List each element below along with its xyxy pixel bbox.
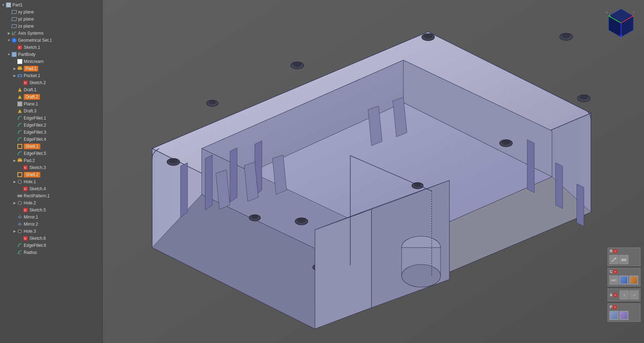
p-panel: P × — [608, 303, 640, 322]
tree-item-sketch5[interactable]: SSketch.5 — [0, 207, 102, 214]
svg-marker-59 — [577, 184, 584, 226]
tree-item-sketch6[interactable]: SSketch.6 — [0, 235, 102, 242]
3d-model-svg — [103, 0, 644, 343]
icon-draft1 — [17, 87, 23, 93]
icon-sketch2: S — [23, 80, 28, 86]
a-arrow-right-button[interactable]: → — [629, 290, 639, 300]
c-button3[interactable] — [629, 275, 638, 285]
c-button2[interactable] — [619, 275, 628, 285]
tree-item-sketch3[interactable]: SSketch.3 — [0, 164, 102, 171]
arrow-hole2[interactable]: ▶ — [13, 201, 16, 205]
a-panel-close[interactable]: × — [613, 293, 617, 297]
label-xy-plane: xy plane — [18, 10, 34, 14]
tree-item-yz-plane[interactable]: yz plane — [0, 16, 102, 23]
svg-marker-54 — [205, 155, 212, 210]
arrow-pad1[interactable]: ▶ — [13, 67, 16, 70]
label-sketch2: Sketch.2 — [29, 80, 46, 85]
p-icon-button2[interactable] — [619, 311, 628, 320]
a-arrow-down-button[interactable]: ↓ — [620, 290, 629, 300]
tree-item-zx-plane[interactable]: zx plane — [0, 23, 102, 30]
svg-rect-5 — [18, 68, 22, 70]
navigation-cube[interactable]: X Y Z — [605, 7, 637, 39]
tree-item-shell2[interactable]: Shell.2 — [0, 171, 102, 178]
tree-item-partbody[interactable]: ▼PartBody — [0, 51, 102, 58]
r-panel-close[interactable]: × — [613, 249, 617, 253]
tree-item-rectpattern1[interactable]: RectPattern.1 — [0, 192, 102, 199]
svg-point-21 — [19, 181, 21, 182]
svg-line-113 — [612, 261, 613, 262]
p-panel-close[interactable]: × — [613, 305, 617, 309]
icon-xy-plane — [11, 9, 17, 15]
tree-item-sketch1[interactable]: SSketch.1 — [0, 44, 102, 51]
svg-point-65 — [562, 33, 570, 38]
3d-viewport[interactable]: X Y Z R × — [103, 0, 644, 343]
tree-item-edgefillet2[interactable]: EdgeFillet.2 — [0, 122, 102, 129]
icon-axis-systems — [11, 30, 17, 36]
icon-hole3 — [17, 228, 23, 234]
p-icon-button1[interactable] — [609, 311, 619, 320]
label-pad2: Pad.2 — [24, 158, 35, 163]
tree-item-edgefillet3[interactable]: EdgeFillet.3 — [0, 129, 102, 136]
svg-text:R: R — [19, 252, 21, 255]
arrow-partbody[interactable]: ▼ — [7, 53, 11, 56]
icon-draft2 — [17, 94, 23, 100]
tree-item-edgefillet6[interactable]: EdgeFillet.6 — [0, 242, 102, 249]
svg-marker-55 — [230, 148, 237, 202]
r-ruler-button[interactable] — [619, 255, 628, 264]
arrow-pocket1[interactable]: ▶ — [13, 74, 16, 77]
tree-item-sketch4[interactable]: SSketch.4 — [0, 185, 102, 192]
icon-shell2 — [17, 172, 23, 178]
icon-edgefillet1 — [17, 115, 23, 121]
tree-item-axis-systems[interactable]: ▶Axis Systems — [0, 30, 102, 37]
arrow-geo-set1[interactable]: ▼ — [7, 39, 11, 42]
tree-item-draft1[interactable]: Draft.1 — [0, 86, 102, 93]
tree-item-edgefillet4[interactable]: EdgeFillet.4 — [0, 136, 102, 143]
c-panel-close[interactable]: × — [613, 270, 617, 274]
svg-text:X: X — [633, 11, 635, 14]
svg-point-63 — [293, 62, 301, 67]
svg-text:S: S — [24, 166, 26, 169]
a-panel-label: A — [610, 293, 613, 297]
tree-item-pad1[interactable]: ▶Pad.1 — [0, 65, 102, 72]
tree-item-edgefillet5[interactable]: EdgeFillet.5 — [0, 150, 102, 157]
tree-item-hole2[interactable]: ▶Hole.2 — [0, 199, 102, 207]
arrow-hole3[interactable]: ▶ — [13, 229, 16, 233]
icon-edgefillet2 — [17, 122, 23, 128]
r-panel: R × — [608, 248, 640, 266]
svg-point-27 — [21, 196, 22, 197]
tree-item-mirror1[interactable]: Mirror.1 — [0, 214, 102, 221]
label-shell1: Shell.1 — [24, 144, 40, 149]
tree-item-pad2[interactable]: ▶Pad.2 — [0, 157, 102, 164]
icon-zx-plane — [11, 23, 17, 29]
icon-edgefillet3 — [17, 129, 23, 135]
tree-item-plane1[interactable]: Plane.1 — [0, 100, 102, 107]
icon-sketch5: S — [23, 207, 28, 213]
svg-text:Z: Z — [620, 36, 622, 39]
svg-marker-36 — [18, 223, 19, 225]
arrow-part1[interactable]: ▼ — [1, 3, 5, 7]
tree-item-edgefillet1[interactable]: EdgeFillet.1 — [0, 115, 102, 122]
arrow-pad2[interactable]: ▶ — [13, 159, 16, 162]
tree-item-pocket1[interactable]: ▶Pocket.1 — [0, 72, 102, 79]
c-button1[interactable]: ABC — [609, 275, 619, 285]
tree-item-sketch2[interactable]: SSketch.2 — [0, 79, 102, 86]
tree-item-draft3[interactable]: Draft.3 — [0, 107, 102, 115]
tree-item-shell1[interactable]: Shell.1 — [0, 143, 102, 150]
tree-item-geo-set1[interactable]: ▼Geometrical Set.1 — [0, 37, 102, 44]
tree-item-hole1[interactable]: ▶Hole.1 — [0, 178, 102, 185]
tree-item-mirror2[interactable]: Mirror.2 — [0, 221, 102, 228]
tree-item-radius[interactable]: RRadius — [0, 249, 102, 256]
arrow-hole1[interactable]: ▶ — [13, 180, 16, 184]
tree-item-draft2[interactable]: Draft.2 — [0, 93, 102, 100]
right-toolbar-panels: R × — [608, 248, 640, 322]
svg-point-77 — [251, 215, 258, 219]
r-pen-button[interactable] — [609, 255, 619, 264]
label-zx-plane: zx plane — [18, 24, 34, 29]
arrow-axis-systems[interactable]: ▶ — [7, 31, 11, 35]
tree-item-part1[interactable]: ▼Part1 — [0, 1, 102, 8]
tree-item-mintcream[interactable]: Mintcream — [0, 58, 102, 65]
tree-item-xy-plane[interactable]: xy plane — [0, 8, 102, 16]
label-sketch3: Sketch.3 — [29, 165, 46, 170]
tree-item-hole3[interactable]: ▶Hole.3 — [0, 228, 102, 235]
model-tree-sidebar: ▼Part1xy planeyz planezx plane▶Axis Syst… — [0, 0, 103, 343]
